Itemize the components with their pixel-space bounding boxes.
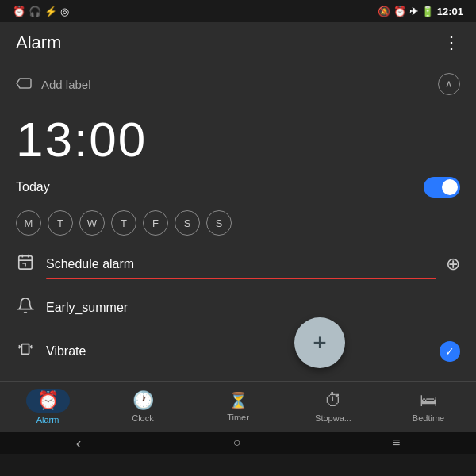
ringtone-icon bbox=[16, 297, 35, 318]
status-time: 12:01 bbox=[437, 6, 463, 17]
schedule-icon bbox=[16, 253, 35, 274]
add-schedule-button[interactable]: ⊕ bbox=[446, 254, 460, 274]
alarm-nav-icon: ⏰ bbox=[37, 390, 59, 411]
nav-bedtime-label: Bedtime bbox=[413, 413, 444, 423]
today-row: Today bbox=[16, 171, 460, 204]
schedule-alarm-row[interactable]: Schedule alarm ⊕ bbox=[16, 242, 460, 286]
system-nav-bar: ‹ ○ ≡ bbox=[0, 432, 476, 454]
day-tuesday[interactable]: T bbox=[48, 210, 73, 236]
day-monday[interactable]: M bbox=[16, 210, 41, 236]
nav-alarm-bg: ⏰ bbox=[26, 389, 70, 413]
schedule-alarm-label: Schedule alarm bbox=[46, 257, 435, 271]
stopwatch-nav-icon: ⏱ bbox=[324, 390, 342, 411]
alarm-icon: ⏰ bbox=[393, 6, 406, 17]
vibrate-icon bbox=[16, 340, 35, 362]
nav-alarm[interactable]: ⏰ Alarm bbox=[24, 389, 71, 424]
screen: ⏰ 🎧 ⚡ ◎ 🔕 ⏰ ✈ 🔋 12:01 Alarm ⋮ Add label bbox=[0, 0, 476, 454]
today-label: Today bbox=[16, 180, 50, 194]
day-sunday[interactable]: S bbox=[206, 210, 232, 236]
status-bar: ⏰ 🎧 ⚡ ◎ 🔕 ⏰ ✈ 🔋 12:01 bbox=[0, 0, 476, 22]
vibrate-checkmark: ✓ bbox=[440, 341, 460, 362]
day-saturday[interactable]: S bbox=[175, 210, 200, 236]
app-header: Alarm ⋮ bbox=[0, 22, 476, 63]
mute-icon: 🔕 bbox=[378, 6, 390, 17]
bedtime-nav-icon: 🛏 bbox=[420, 390, 437, 411]
alarm-status-icon: ⏰ bbox=[13, 6, 25, 17]
nav-stopwatch[interactable]: ⏱ Stopwa... bbox=[309, 390, 357, 423]
nav-bedtime[interactable]: 🛏 Bedtime bbox=[405, 390, 452, 423]
recents-button[interactable]: ≡ bbox=[393, 436, 400, 450]
svg-rect-0 bbox=[19, 256, 33, 270]
headset-icon: 🎧 bbox=[29, 6, 41, 17]
status-right-icons: 🔕 ⏰ ✈ 🔋 12:01 bbox=[378, 6, 463, 17]
status-left-icons: ⏰ 🎧 ⚡ ◎ bbox=[13, 6, 69, 17]
usb-icon: ⚡ bbox=[44, 6, 57, 17]
nav-timer-label: Timer bbox=[227, 413, 249, 422]
day-friday[interactable]: F bbox=[143, 210, 168, 236]
nav-stopwatch-label: Stopwa... bbox=[315, 413, 351, 423]
ringtone-label: Early_summer bbox=[46, 301, 460, 315]
more-options-button[interactable]: ⋮ bbox=[443, 33, 460, 53]
underline-decoration bbox=[46, 278, 436, 279]
ringtone-row[interactable]: Early_summer bbox=[16, 286, 460, 329]
add-label-left: Add label bbox=[16, 77, 91, 91]
chevron-up-icon: ∧ bbox=[445, 79, 453, 89]
page-title: Alarm bbox=[16, 33, 61, 53]
dnd-icon: ◎ bbox=[60, 6, 69, 17]
nav-clock[interactable]: 🕐 Clock bbox=[119, 390, 167, 423]
nav-clock-label: Clock bbox=[132, 413, 154, 423]
back-button[interactable]: ‹ bbox=[76, 434, 82, 452]
day-wednesday[interactable]: W bbox=[79, 210, 105, 236]
clock-nav-icon: 🕐 bbox=[132, 390, 154, 411]
svg-rect-6 bbox=[21, 344, 29, 355]
bottom-nav: ⏰ Alarm 🕐 Clock ⏳ Timer ⏱ Stopwa... 🛏 Be… bbox=[0, 381, 476, 432]
collapse-button[interactable]: ∧ bbox=[438, 73, 460, 95]
today-toggle[interactable] bbox=[424, 177, 460, 198]
add-label-text: Add label bbox=[41, 78, 91, 91]
timer-nav-icon: ⏳ bbox=[228, 391, 248, 410]
nav-alarm-label: Alarm bbox=[36, 415, 60, 424]
fab-add-button[interactable]: + bbox=[294, 317, 345, 368]
fab-plus-icon: + bbox=[313, 329, 327, 356]
vibrate-row[interactable]: Vibrate ✓ bbox=[16, 329, 460, 373]
add-label-row[interactable]: Add label ∧ bbox=[16, 63, 460, 105]
battery-icon: 🔋 bbox=[421, 6, 434, 17]
alarm-time[interactable]: 13:00 bbox=[16, 105, 460, 171]
day-thursday[interactable]: T bbox=[111, 210, 136, 236]
label-icon bbox=[16, 77, 33, 91]
vibrate-label: Vibrate bbox=[46, 344, 428, 359]
days-row: M T W T F S S bbox=[16, 204, 460, 242]
airplane-icon: ✈ bbox=[409, 6, 418, 17]
nav-timer[interactable]: ⏳ Timer bbox=[214, 391, 262, 422]
home-button[interactable]: ○ bbox=[233, 436, 241, 450]
